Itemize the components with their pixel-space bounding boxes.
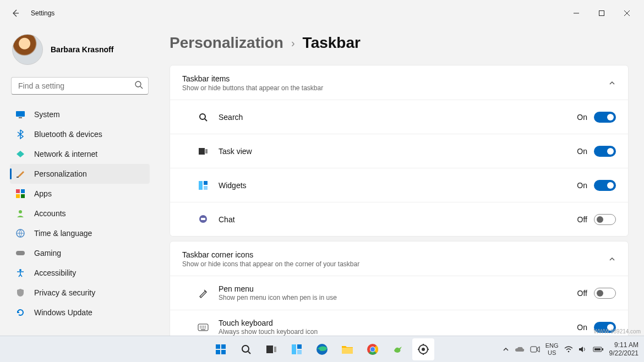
nav-bluetooth[interactable]: Bluetooth & devices — [10, 124, 150, 144]
svg-rect-8 — [17, 177, 19, 178]
profile[interactable]: Barbara Krasnoff — [10, 26, 150, 77]
svg-rect-34 — [216, 344, 220, 349]
toggle-state: Off — [577, 215, 587, 224]
toggle-widgets[interactable] — [594, 180, 616, 191]
wifi-icon[interactable] — [564, 346, 573, 353]
taskbar-edge[interactable] — [311, 338, 333, 360]
taskbar-right: ENGUS 9:11 AM9/22/2021 — [503, 341, 644, 357]
nav-accounts[interactable]: Accounts — [10, 204, 150, 223]
svg-point-13 — [19, 210, 22, 213]
nav-gaming[interactable]: Gaming — [10, 243, 150, 263]
breadcrumb-parent[interactable]: Personalization — [170, 34, 283, 52]
nav-label: Personalization — [34, 169, 87, 178]
svg-line-39 — [248, 352, 250, 354]
taskbar-explorer[interactable] — [336, 338, 358, 360]
section-header[interactable]: Taskbar corner icons Show or hide icons … — [170, 242, 628, 276]
close-button[interactable] — [614, 4, 640, 22]
toggle-state: Off — [577, 289, 587, 298]
taskbar-app-bird[interactable] — [387, 338, 409, 360]
svg-rect-43 — [297, 344, 302, 349]
taskview-icon — [198, 146, 209, 157]
clock[interactable]: 9:11 AM9/22/2021 — [609, 341, 638, 357]
chrome-icon — [367, 343, 379, 355]
person-icon — [15, 209, 25, 218]
taskbar-chrome[interactable] — [362, 338, 384, 360]
chevron-right-icon: › — [291, 37, 295, 50]
onedrive-icon[interactable] — [515, 346, 525, 353]
nav-label: Accessibility — [34, 268, 76, 277]
taskbar-search[interactable] — [235, 338, 257, 360]
nav-list: System Bluetooth & devices Network & int… — [10, 105, 150, 322]
svg-rect-44 — [297, 350, 302, 354]
svg-rect-10 — [21, 189, 25, 193]
maximize-icon — [599, 10, 604, 16]
toggle-taskview[interactable] — [594, 146, 616, 157]
svg-rect-11 — [16, 194, 20, 198]
taskbar-center — [210, 338, 434, 360]
section-title: Taskbar corner icons — [182, 250, 608, 259]
svg-rect-23 — [204, 181, 208, 185]
nav-network[interactable]: Network & internet — [10, 144, 150, 164]
svg-rect-22 — [199, 181, 203, 190]
svg-rect-62 — [594, 348, 601, 350]
sidebar: Barbara Krasnoff System Bluetooth & devi… — [0, 26, 154, 336]
search-icon — [241, 344, 252, 355]
search-box — [11, 77, 149, 95]
taskbar-taskview[interactable] — [260, 338, 282, 360]
nav-label: Gaming — [34, 249, 61, 257]
svg-rect-1 — [599, 11, 604, 16]
toggle-search[interactable] — [594, 112, 616, 123]
section-header[interactable]: Taskbar items Show or hide buttons that … — [170, 65, 628, 100]
back-button[interactable] — [4, 2, 26, 24]
wifi-diamond-icon — [15, 149, 25, 159]
svg-rect-9 — [16, 189, 20, 193]
taskbar-widgets[interactable] — [286, 338, 308, 360]
svg-rect-42 — [292, 344, 296, 354]
row-label: Search — [219, 113, 577, 122]
taskbar-settings[interactable] — [412, 338, 434, 360]
accessibility-icon — [15, 268, 25, 278]
nav-personalization[interactable]: Personalization — [10, 164, 150, 184]
tray-chevron-up-icon[interactable] — [503, 346, 509, 353]
window-controls — [564, 4, 640, 22]
meet-now-icon[interactable] — [530, 345, 540, 353]
search-input[interactable] — [11, 77, 149, 95]
toggle-pen-menu[interactable] — [594, 288, 616, 299]
nav-label: Windows Update — [34, 308, 92, 317]
row-label: Widgets — [219, 181, 577, 190]
apps-icon — [15, 189, 25, 199]
title-bar: Settings — [0, 0, 644, 26]
nav-accessibility[interactable]: Accessibility — [10, 263, 150, 283]
folder-icon — [341, 344, 353, 354]
svg-rect-40 — [266, 345, 273, 353]
row-widgets[interactable]: Widgets On — [170, 168, 628, 202]
row-search[interactable]: Search On — [170, 100, 628, 134]
svg-rect-41 — [274, 347, 276, 352]
language-indicator[interactable]: ENGUS — [545, 342, 559, 355]
svg-rect-6 — [16, 111, 25, 117]
gamepad-icon — [15, 248, 25, 258]
row-touch-keyboard[interactable]: Touch keyboardAlways show touch keyboard… — [170, 310, 628, 336]
maximize-button[interactable] — [589, 4, 614, 22]
row-taskview[interactable]: Task view On — [170, 134, 628, 168]
nav-privacy[interactable]: Privacy & security — [10, 283, 150, 303]
toggle-chat[interactable] — [594, 214, 616, 225]
svg-rect-16 — [16, 251, 25, 255]
chevron-up-icon — [608, 79, 616, 87]
nav-time-language[interactable]: Time & language — [10, 223, 150, 243]
nav-system[interactable]: System — [10, 105, 150, 124]
nav-label: Time & language — [34, 229, 92, 238]
section-subtitle: Show or hide icons that appear on the co… — [182, 260, 608, 268]
minimize-button[interactable] — [564, 4, 589, 22]
monitor-icon — [15, 109, 25, 119]
row-chat[interactable]: Chat Off — [170, 202, 628, 236]
volume-icon[interactable] — [578, 345, 587, 353]
start-button[interactable] — [210, 338, 232, 360]
battery-icon[interactable] — [593, 346, 604, 353]
nav-label: Bluetooth & devices — [34, 130, 102, 139]
nav-update[interactable]: Windows Update — [10, 303, 150, 322]
nav-apps[interactable]: Apps — [10, 184, 150, 204]
svg-point-51 — [370, 347, 375, 352]
row-pen-menu[interactable]: Pen menuShow pen menu icon when pen is i… — [170, 276, 628, 310]
bluetooth-icon — [15, 129, 25, 139]
